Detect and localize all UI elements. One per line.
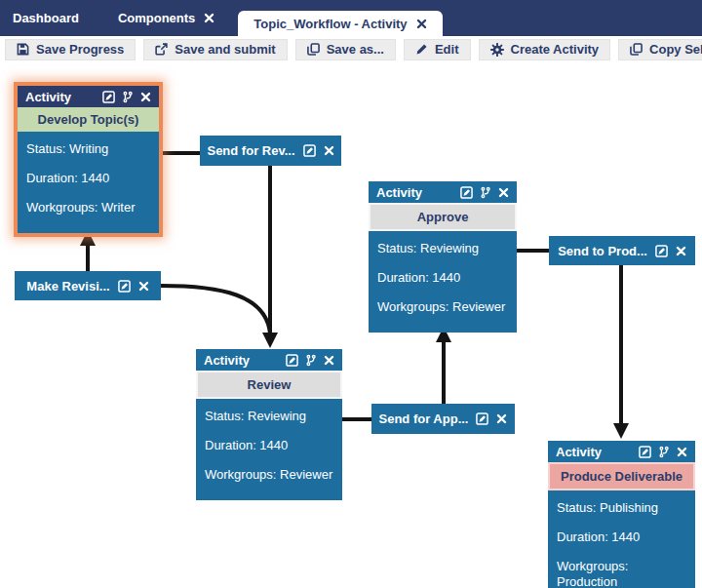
activity-body: Status: Reviewing Duration: 1440 Workgro… <box>196 399 342 500</box>
tab-components[interactable]: Components <box>102 0 230 36</box>
activity-node-header: Activity <box>196 349 342 371</box>
activity-title: Approve <box>369 203 517 231</box>
activity-status: Status: Reviewing <box>377 241 508 256</box>
transition-node-make-revisions[interactable]: Make Revisi... <box>15 271 161 300</box>
transition-label: Send for App... <box>379 412 469 426</box>
activity-header-label: Activity <box>376 185 422 200</box>
button-label: Edit <box>435 42 459 57</box>
close-icon[interactable] <box>204 13 214 23</box>
close-icon[interactable] <box>677 447 687 457</box>
activity-title: Develop Topic(s) <box>18 107 159 132</box>
branch-icon[interactable] <box>480 186 491 199</box>
workflow-canvas[interactable]: Activity Develop Topic(s) Status: Writin… <box>0 62 702 588</box>
activity-node-header: Activity <box>18 86 159 107</box>
pencil-icon <box>415 43 428 56</box>
copy-selected-button[interactable]: Copy Selected <box>618 39 702 60</box>
create-activity-button[interactable]: Create Activity <box>479 39 611 60</box>
activity-node-develop-topics[interactable]: Activity Develop Topic(s) Status: Writin… <box>14 82 163 237</box>
close-icon[interactable] <box>498 187 509 198</box>
edit-icon[interactable] <box>460 186 473 199</box>
save-progress-button[interactable]: Save Progress <box>5 39 136 60</box>
activity-body: Status: Reviewing Duration: 1440 Workgro… <box>369 231 517 333</box>
activity-node-header: Activity <box>369 181 517 203</box>
activity-body: Status: Publishing Duration: 1440 Workgr… <box>548 490 695 588</box>
save-as-button[interactable]: Save as... <box>295 39 396 60</box>
transition-node-send-to-production[interactable]: Send to Prod... <box>549 236 695 265</box>
activity-duration: Duration: 1440 <box>26 171 150 186</box>
transition-label: Send for Rev... <box>207 143 294 158</box>
edit-icon[interactable] <box>102 91 115 103</box>
activity-body: Status: Writing Duration: 1440 Workgroup… <box>18 132 159 233</box>
save-icon <box>17 43 29 56</box>
activity-duration: Duration: 1440 <box>377 270 508 286</box>
gear-icon <box>490 43 504 57</box>
activity-duration: Duration: 1440 <box>557 529 686 545</box>
edit-icon[interactable] <box>286 354 298 367</box>
activity-node-header: Activity <box>548 441 695 462</box>
close-icon[interactable] <box>324 145 334 156</box>
copy-icon <box>630 43 643 56</box>
close-icon[interactable] <box>138 281 149 292</box>
button-label: Save as... <box>327 42 384 57</box>
tab-label: Topic_Workflow - Activity <box>254 17 407 31</box>
save-and-submit-button[interactable]: Save and submit <box>143 39 287 60</box>
save-as-icon <box>307 43 320 56</box>
edit-button[interactable]: Edit <box>404 39 471 60</box>
activity-header-label: Activity <box>204 353 250 368</box>
activity-workgroups: Workgroups: Reviewer <box>205 467 333 483</box>
activity-header-label: Activity <box>25 90 71 104</box>
transition-node-send-for-approval[interactable]: Send for App... <box>371 404 515 434</box>
edit-icon[interactable] <box>118 280 131 293</box>
close-icon[interactable] <box>324 355 334 366</box>
activity-node-produce-deliverable[interactable]: Activity Produce Deliverable Status: Pub… <box>548 441 695 588</box>
close-icon[interactable] <box>140 92 151 102</box>
button-label: Save Progress <box>36 42 124 57</box>
activity-status: Status: Reviewing <box>205 409 333 424</box>
activity-workgroups: Workgroups: Writer <box>26 200 150 216</box>
activity-workgroups: Workgroups: Production <box>557 559 686 588</box>
edit-icon[interactable] <box>639 446 651 458</box>
activity-duration: Duration: 1440 <box>205 438 333 453</box>
activity-node-approve[interactable]: Activity Approve Status: Reviewing Durat… <box>369 181 517 333</box>
tab-topic-workflow-activity[interactable]: Topic_Workflow - Activity <box>238 11 442 36</box>
transition-node-send-for-review[interactable]: Send for Rev... <box>200 136 341 166</box>
transition-label: Make Revisi... <box>26 279 109 294</box>
button-label: Copy Selected <box>649 42 702 57</box>
activity-title: Produce Deliverable <box>548 462 695 490</box>
button-label: Create Activity <box>511 42 600 57</box>
branch-icon[interactable] <box>122 91 134 103</box>
activity-status: Status: Publishing <box>557 500 686 516</box>
tab-bar: Dashboard Components Topic_Workflow - Ac… <box>0 0 702 36</box>
activity-workgroups: Workgroups: Reviewer <box>377 299 508 315</box>
tab-dashboard[interactable]: Dashboard <box>0 0 102 36</box>
edit-icon[interactable] <box>476 412 488 425</box>
close-icon[interactable] <box>676 246 686 256</box>
branch-icon[interactable] <box>305 354 317 367</box>
toolbar: Save Progress Save and submit Save as...… <box>0 36 702 62</box>
transition-label: Send to Prod... <box>558 244 647 258</box>
activity-header-label: Activity <box>556 445 602 459</box>
save-submit-icon <box>155 43 168 56</box>
close-icon[interactable] <box>496 413 507 424</box>
tab-label: Dashboard <box>13 11 79 25</box>
edit-icon[interactable] <box>655 245 668 257</box>
tab-label: Components <box>118 11 195 25</box>
close-icon[interactable] <box>416 19 427 29</box>
activity-title: Review <box>196 371 342 399</box>
activity-status: Status: Writing <box>26 141 150 157</box>
activity-node-review[interactable]: Activity Review Status: Reviewing Durati… <box>196 349 342 500</box>
button-label: Save and submit <box>175 42 275 57</box>
branch-icon[interactable] <box>658 446 670 458</box>
edit-icon[interactable] <box>303 144 316 157</box>
